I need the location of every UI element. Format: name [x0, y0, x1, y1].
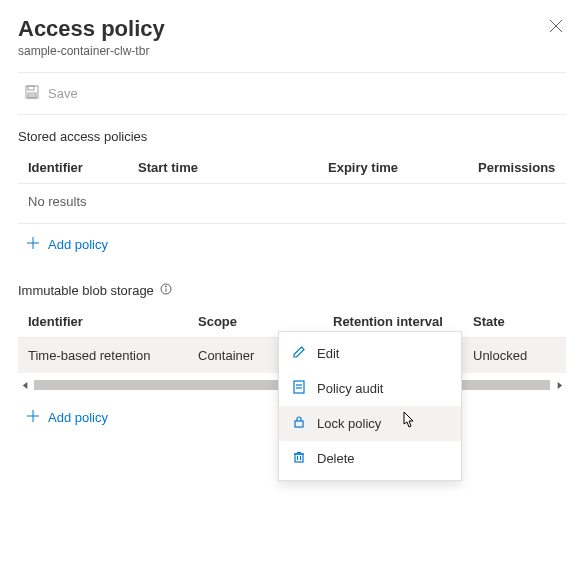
col-permissions[interactable]: Permissions — [468, 152, 566, 184]
col-identifier[interactable]: Identifier — [18, 152, 128, 184]
close-icon[interactable] — [548, 18, 566, 36]
svg-marker-13 — [557, 381, 562, 388]
immutable-section-label: Immutable blob storage — [18, 283, 154, 298]
lock-icon — [291, 414, 307, 433]
add-immutable-policy-label: Add policy — [48, 410, 108, 425]
menu-item-delete[interactable]: Delete — [279, 441, 461, 476]
add-stored-policy-label: Add policy — [48, 237, 108, 252]
col-start-time[interactable]: Start time — [128, 152, 318, 184]
col-state[interactable]: State — [463, 306, 566, 338]
page-subtitle: sample-container-clw-tbr — [18, 44, 566, 58]
document-icon — [291, 379, 307, 398]
table-row: No results — [18, 184, 566, 220]
save-icon — [24, 84, 40, 103]
immutable-section-title: Immutable blob storage — [18, 283, 566, 298]
menu-item-label: Delete — [317, 451, 355, 466]
stored-section-title: Stored access policies — [18, 129, 566, 144]
menu-item-label: Edit — [317, 346, 339, 361]
menu-item-label: Lock policy — [317, 416, 381, 431]
trash-icon — [291, 449, 307, 468]
plus-icon — [26, 236, 40, 253]
page-title: Access policy — [18, 16, 566, 42]
svg-rect-3 — [28, 86, 34, 90]
menu-item-edit[interactable]: Edit — [279, 336, 461, 371]
no-results-text: No results — [18, 184, 566, 220]
svg-rect-20 — [295, 454, 303, 462]
svg-point-11 — [165, 286, 166, 287]
menu-item-lock-policy[interactable]: Lock policy — [279, 406, 461, 441]
cell-identifier: Time-based retention — [18, 338, 188, 374]
toolbar: Save — [18, 72, 566, 115]
save-button[interactable]: Save — [18, 80, 84, 107]
col-expiry-time[interactable]: Expiry time — [318, 152, 468, 184]
add-stored-policy-button[interactable]: Add policy — [24, 234, 110, 255]
scroll-right-icon[interactable] — [552, 378, 566, 392]
scroll-left-icon[interactable] — [18, 378, 32, 392]
svg-rect-19 — [295, 421, 303, 427]
pencil-icon — [291, 344, 307, 363]
save-label: Save — [48, 86, 78, 101]
stored-policies-table: Identifier Start time Expiry time Permis… — [18, 152, 566, 219]
menu-item-label: Policy audit — [317, 381, 383, 396]
menu-item-policy-audit[interactable]: Policy audit — [279, 371, 461, 406]
add-immutable-policy-button[interactable]: Add policy — [24, 407, 110, 428]
col-identifier[interactable]: Identifier — [18, 306, 188, 338]
svg-rect-16 — [294, 381, 304, 393]
plus-icon — [26, 409, 40, 426]
context-menu: Edit Policy audit Lock policy — [278, 331, 462, 481]
svg-marker-12 — [22, 381, 27, 388]
cell-state: Unlocked — [463, 338, 566, 374]
info-icon[interactable] — [160, 283, 172, 298]
